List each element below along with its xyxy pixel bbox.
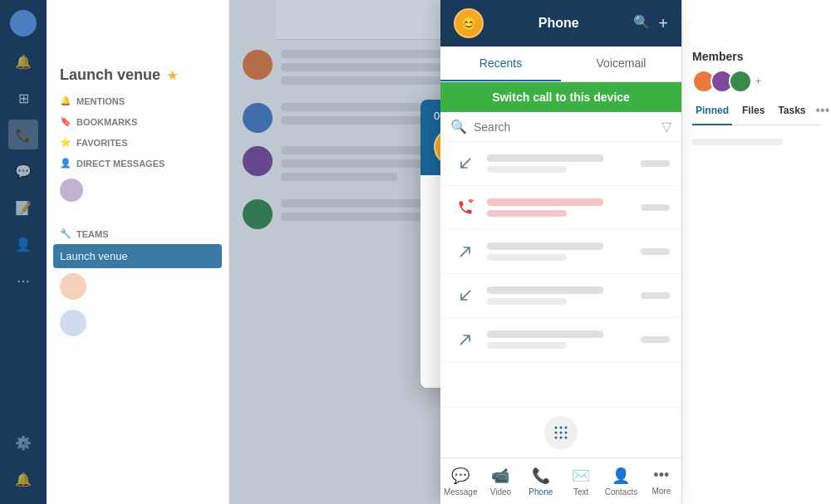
sidebar-icon-phone[interactable]: 📞 bbox=[8, 120, 38, 149]
members-panel: Members + Pinned Files Tasks ••• bbox=[681, 0, 831, 504]
recent-call-info-3 bbox=[487, 242, 632, 261]
svg-point-14 bbox=[560, 432, 563, 434]
recent-call-item-5[interactable] bbox=[440, 318, 681, 362]
favorites-icon: ⭐ bbox=[60, 137, 71, 148]
tab-voicemail[interactable]: Voicemail bbox=[561, 46, 681, 81]
call-missed-icon bbox=[452, 194, 479, 221]
tab-recents[interactable]: Recents bbox=[440, 46, 561, 81]
phone-search-bar: 🔍 ▽ bbox=[440, 112, 681, 142]
channel-star-icon[interactable]: ★ bbox=[167, 69, 178, 82]
video-nav-label: Video bbox=[490, 487, 511, 497]
contacts-nav-icon: 👤 bbox=[612, 467, 630, 485]
recent-call-info-2 bbox=[487, 198, 632, 217]
recent-call-item-3[interactable] bbox=[440, 230, 681, 274]
keypad-row bbox=[440, 407, 681, 458]
tab-files[interactable]: Files bbox=[739, 103, 768, 118]
recent-call-info-1 bbox=[487, 154, 632, 173]
phone-search-input[interactable] bbox=[474, 120, 655, 134]
phone-title: Phone bbox=[492, 16, 625, 31]
section-teams: 🔧 TEAMS bbox=[47, 223, 229, 244]
teams-icon: 🔧 bbox=[60, 228, 71, 239]
phone-header: 😊 Phone 🔍 + bbox=[440, 0, 681, 46]
sidebar-icon-notes[interactable]: 📝 bbox=[8, 193, 38, 223]
recent-call-item-4[interactable] bbox=[440, 274, 681, 318]
tab-pinned[interactable]: Pinned bbox=[692, 103, 732, 125]
sidebar-icon-messages[interactable]: 💬 bbox=[8, 156, 38, 186]
text-nav-icon: ✉️ bbox=[572, 467, 590, 485]
mentions-icon: 🔔 bbox=[60, 95, 71, 106]
section-favorites: ⭐ FAVORITES bbox=[47, 132, 229, 153]
phone-bottom-nav: 💬 Message 📹 Video 📞 Phone ✉️ Text 👤 Cont… bbox=[440, 458, 681, 504]
sidebar-icon-activity[interactable]: 🔔 bbox=[8, 46, 38, 76]
more-nav-icon: ••• bbox=[653, 467, 669, 484]
bottom-nav-contacts[interactable]: 👤 Contacts bbox=[601, 458, 641, 504]
svg-point-10 bbox=[555, 427, 558, 429]
recent-call-time-3 bbox=[641, 248, 670, 255]
recent-call-list bbox=[440, 142, 681, 407]
members-title: Members bbox=[692, 50, 821, 63]
svg-point-13 bbox=[555, 432, 558, 434]
svg-point-16 bbox=[555, 437, 558, 439]
recent-call-time-2 bbox=[641, 204, 670, 211]
phone-tabs: Recents Voicemail bbox=[440, 46, 681, 82]
text-nav-label: Text bbox=[573, 487, 588, 497]
section-bookmarks: 🔖 BOOKMARKS bbox=[47, 111, 229, 132]
bottom-nav-text[interactable]: ✉️ Text bbox=[561, 458, 601, 504]
sidebar-icon-settings[interactable]: ⚙️ bbox=[8, 428, 38, 458]
sidebar-icon-contacts[interactable]: 👤 bbox=[8, 229, 38, 259]
recent-call-item-1[interactable] bbox=[440, 142, 681, 186]
add-member-icon[interactable]: + bbox=[755, 76, 761, 87]
switch-call-banner[interactable]: Switch call to this device bbox=[440, 82, 681, 112]
sidebar-app-logo bbox=[10, 10, 37, 37]
recent-call-item-2[interactable] bbox=[440, 186, 681, 230]
direct-messages-icon: 👤 bbox=[60, 158, 71, 169]
phone-add-icon[interactable]: + bbox=[658, 14, 668, 33]
svg-point-12 bbox=[565, 427, 568, 429]
contacts-nav-label: Contacts bbox=[605, 487, 637, 497]
channel-title: Launch venue ★ bbox=[47, 53, 229, 91]
message-nav-label: Message bbox=[444, 487, 478, 497]
recent-call-info-5 bbox=[487, 330, 632, 349]
video-nav-icon: 📹 bbox=[491, 467, 509, 485]
channel-launch-venue[interactable]: Launch venue bbox=[53, 244, 222, 268]
sidebar: 🔔 ⊞ 📞 💬 📝 👤 ⋯ ⚙️ 🔔 bbox=[0, 0, 47, 504]
call-incoming-icon-1 bbox=[452, 150, 479, 177]
call-outgoing-icon-1 bbox=[452, 238, 479, 265]
phone-panel: 😊 Phone 🔍 + Recents Voicemail Switch cal… bbox=[440, 0, 681, 504]
phone-nav-label: Phone bbox=[529, 487, 553, 497]
sidebar-icon-channels[interactable]: ⊞ bbox=[8, 83, 38, 113]
message-nav-icon: 💬 bbox=[451, 467, 470, 485]
recent-call-time-4 bbox=[641, 292, 670, 299]
section-mentions: 🔔 MENTIONS bbox=[47, 91, 229, 111]
svg-point-17 bbox=[560, 437, 563, 439]
phone-nav-icon: 📞 bbox=[532, 467, 550, 485]
phone-keypad-button[interactable] bbox=[544, 416, 578, 449]
channel-title-text: Launch venue bbox=[60, 66, 160, 84]
phone-header-icons: 🔍 + bbox=[633, 14, 668, 33]
recent-call-info-4 bbox=[487, 286, 632, 305]
recent-call-time-1 bbox=[641, 160, 670, 167]
recent-call-time-5 bbox=[641, 336, 670, 343]
filter-icon[interactable]: ▽ bbox=[661, 119, 671, 135]
search-icon: 🔍 bbox=[450, 119, 467, 135]
phone-search-icon[interactable]: 🔍 bbox=[633, 14, 650, 33]
more-nav-label: More bbox=[652, 487, 671, 496]
member-avatar-3 bbox=[729, 70, 752, 93]
section-direct-messages: 👤 DIRECT MESSAGES bbox=[47, 153, 229, 174]
svg-point-11 bbox=[560, 427, 563, 429]
bottom-nav-video[interactable]: 📹 Video bbox=[480, 458, 520, 504]
bookmarks-icon: 🔖 bbox=[60, 116, 71, 127]
bottom-nav-message[interactable]: 💬 Message bbox=[440, 458, 480, 504]
bottom-nav-more[interactable]: ••• More bbox=[642, 458, 681, 504]
channel-list: Launch venue ★ 🔔 MENTIONS 🔖 BOOKMARKS ⭐ … bbox=[47, 0, 229, 504]
call-outgoing-icon-2 bbox=[452, 326, 479, 353]
members-more-icon[interactable]: ••• bbox=[816, 103, 830, 118]
bottom-nav-phone[interactable]: 📞 Phone bbox=[521, 458, 561, 504]
svg-point-15 bbox=[565, 432, 568, 434]
members-tabs: Pinned Files Tasks ••• bbox=[692, 103, 821, 125]
call-incoming-icon-2 bbox=[452, 282, 479, 309]
tab-tasks[interactable]: Tasks bbox=[774, 103, 809, 118]
sidebar-icon-more[interactable]: ⋯ bbox=[8, 266, 38, 296]
members-avatars: + bbox=[692, 70, 821, 93]
sidebar-icon-notifications[interactable]: 🔔 bbox=[8, 464, 38, 494]
